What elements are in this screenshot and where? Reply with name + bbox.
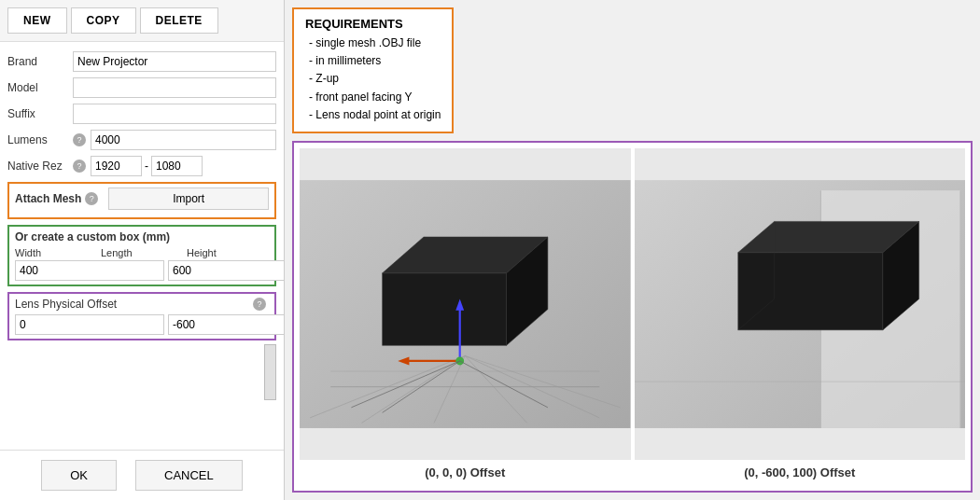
brand-label: Brand <box>7 55 73 68</box>
suffix-input[interactable] <box>73 104 276 124</box>
requirements-box: REQUIREMENTS single mesh .OBJ file in mi… <box>292 7 454 133</box>
svg-marker-25 <box>737 253 882 330</box>
form-area: Brand Model Suffix Lumens ? Native Rez ?… <box>0 42 284 450</box>
req-item-4: front panel facing Y <box>309 89 441 106</box>
rez-separator: - <box>145 160 148 173</box>
svg-marker-9 <box>383 273 507 346</box>
length-input[interactable] <box>168 260 284 281</box>
dim-headers: Width Length Height <box>15 247 269 258</box>
lens-offset-x-input[interactable] <box>15 314 164 335</box>
custom-box-section: Or create a custom box (mm) Width Length… <box>7 225 276 286</box>
scroll-area <box>7 340 276 378</box>
left-preview-item: (0, 0, 0) Offset <box>300 148 631 485</box>
delete-button[interactable]: DELETE <box>140 7 218 34</box>
attach-mesh-info-icon: ? <box>85 192 98 205</box>
length-header: Length <box>101 247 183 258</box>
model-row: Model <box>7 77 276 98</box>
lens-offset-section: Lens Physical Offset ? <box>7 292 276 340</box>
left-panel: NEW COPY DELETE Brand Model Suffix Lumen… <box>0 0 285 500</box>
bottom-buttons: OK CANCEL <box>0 450 284 500</box>
custom-box-title: Or create a custom box (mm) <box>15 230 269 243</box>
brand-input[interactable] <box>73 51 276 72</box>
native-rez-info-icon: ? <box>73 160 86 173</box>
right-preview-item: (0, -600, 100) Offset <box>635 148 966 485</box>
attach-mesh-section: Attach Mesh ? Import <box>7 182 276 219</box>
ok-button[interactable]: OK <box>41 460 117 491</box>
preview-area: (0, 0, 0) Offset <box>292 141 973 493</box>
lumens-row: Lumens ? <box>7 130 276 150</box>
lens-offset-header: Lens Physical Offset ? <box>15 298 269 311</box>
req-item-5: Lens nodal point at origin <box>309 106 441 124</box>
left-preview-svg <box>300 148 631 460</box>
right-preview-svg <box>635 148 966 460</box>
model-label: Model <box>7 81 73 94</box>
attach-mesh-label: Attach Mesh <box>15 192 81 205</box>
width-input[interactable] <box>15 260 164 281</box>
lumens-info-icon: ? <box>73 133 86 146</box>
cancel-button[interactable]: CANCEL <box>135 460 243 491</box>
requirements-title: REQUIREMENTS <box>305 17 441 31</box>
req-item-3: Z-up <box>309 70 441 88</box>
width-header: Width <box>15 247 97 258</box>
requirements-list: single mesh .OBJ file in millimeters Z-u… <box>305 35 441 124</box>
left-preview-canvas <box>300 148 631 460</box>
lumens-label: Lumens <box>7 133 73 146</box>
native-rez-width-input[interactable] <box>91 156 142 176</box>
suffix-row: Suffix <box>7 104 276 124</box>
lumens-input[interactable] <box>91 130 276 150</box>
new-button[interactable]: NEW <box>7 7 67 34</box>
import-button[interactable]: Import <box>108 188 269 210</box>
preview-images: (0, 0, 0) Offset <box>294 143 971 491</box>
req-item-2: in millimeters <box>309 52 441 70</box>
native-rez-label: Native Rez <box>7 160 73 173</box>
toolbar: NEW COPY DELETE <box>0 0 284 42</box>
dim-inputs <box>15 260 269 281</box>
brand-row: Brand <box>7 51 276 72</box>
height-header: Height <box>187 247 269 258</box>
left-preview-caption: (0, 0, 0) Offset <box>425 460 505 485</box>
lens-offset-label: Lens Physical Offset <box>15 298 117 311</box>
lens-offset-info-icon: ? <box>253 298 266 311</box>
req-item-1: single mesh .OBJ file <box>309 35 441 52</box>
right-panel: REQUIREMENTS single mesh .OBJ file in mi… <box>285 0 980 500</box>
copy-button[interactable]: COPY <box>71 7 136 34</box>
attach-mesh-header: Attach Mesh ? Import <box>15 188 269 210</box>
right-preview-canvas <box>635 148 966 460</box>
lens-offset-y-input[interactable] <box>168 314 284 335</box>
scrollbar[interactable] <box>264 344 276 400</box>
native-rez-row: Native Rez ? - <box>7 156 276 176</box>
right-preview-caption: (0, -600, 100) Offset <box>744 460 855 485</box>
suffix-label: Suffix <box>7 107 73 120</box>
model-input[interactable] <box>73 77 276 98</box>
lens-offset-inputs <box>15 314 269 335</box>
native-rez-height-input[interactable] <box>151 156 203 176</box>
